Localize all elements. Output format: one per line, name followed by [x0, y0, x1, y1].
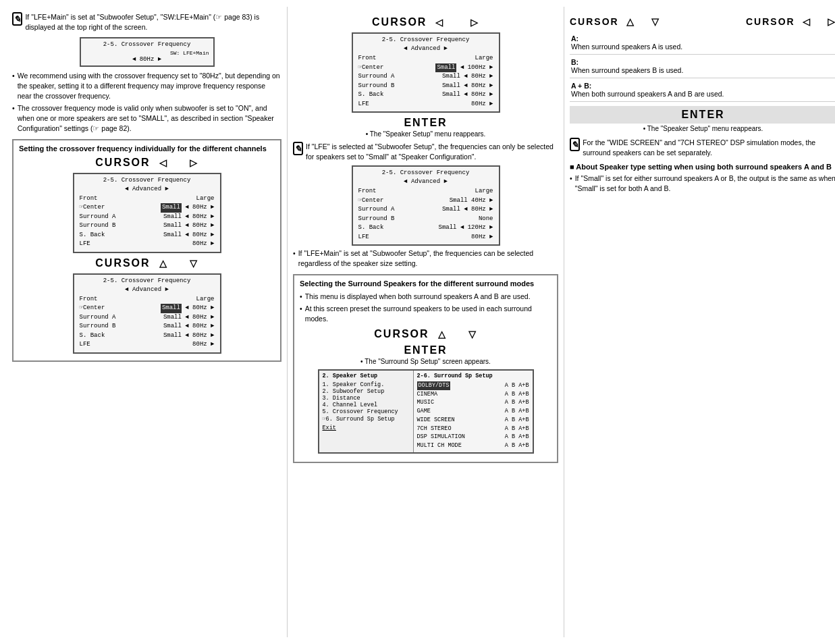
sp-right-r0: DOLBY/DTS A B A+B — [417, 381, 529, 390]
cursor2-mid-up-arrow: △ — [438, 329, 447, 340]
cursor2-mid: CURSOR △ ▽ — [300, 328, 551, 340]
section-title-left: Setting the crossover frequency individu… — [19, 144, 275, 153]
cursor1-right-arrow: ▷ — [190, 157, 198, 168]
s2r3: Surround B Small ◄ 80Hz ► — [80, 221, 215, 231]
note-icon: ✎ — [12, 12, 22, 26]
s3r4-val: Small ◄ 80Hz ► — [163, 331, 215, 341]
screen2-left: 2-5. Crossover Frequency ◄ Advanced ► Fr… — [73, 173, 221, 253]
ms2r4: S. BackSmall ◄ 120Hz ► — [358, 223, 493, 233]
cursor-right-top-row: CURSOR △ ▽ CURSOR ◁ ▷ — [570, 12, 835, 31]
cursor-mid-left-arrow: ◁ — [435, 17, 444, 28]
s2r2-val: Small ◄ 80Hz ► — [163, 213, 215, 222]
cursor-right-sub-left: ◁ — [803, 16, 811, 27]
s3r5-label: LFE — [80, 340, 90, 350]
note-right-text: For the "WIDE SCREEN" and "7CH STEREO" D… — [583, 138, 835, 157]
screen1-left: 2-5. Crossover Frequency SW: LFE+Main ◄ … — [80, 37, 215, 67]
s3r1: ☞Center Small ◄ 80Hz ► — [80, 304, 215, 313]
sp-right-r2: MUSICA B A+B — [417, 398, 529, 407]
s3r1-val: Small ◄ 80Hz ► — [161, 304, 215, 313]
right-label-ab-desc: When both surround speakers A and B are … — [571, 90, 835, 98]
cursor2-down-arrow: ▽ — [190, 258, 198, 269]
right-label-b-key: B: — [571, 58, 835, 66]
note-mid-1-text: If "LFE" is selected at "Subwoofer Setup… — [306, 142, 558, 161]
cursor2-mid-label: CURSOR — [374, 328, 429, 340]
sp-left-r2: 3. Distance — [323, 395, 410, 402]
ms1r4: S. BackSmall ◄ 80Hz ► — [358, 90, 493, 100]
sp-right-r1: CINEMAA B A+B — [417, 390, 529, 399]
s2r4-label: S. Back — [80, 231, 105, 240]
ms1r2: Surround ASmall ◄ 80Hz ► — [358, 72, 493, 82]
cursor-right-updown: CURSOR △ ▽ — [570, 16, 660, 27]
s3r1-label: ☞Center — [80, 304, 105, 313]
s3r5: LFE 80Hz ► — [80, 340, 215, 350]
s2r1-label: ☞Center — [80, 203, 105, 213]
s3r4: S. Back Small ◄ 80Hz ► — [80, 331, 215, 341]
s2r4: S. Back Small ◄ 80Hz ► — [80, 231, 215, 240]
s3r0-label: Front — [80, 295, 98, 304]
right-label-b: B: When surround speakers B is used. — [570, 55, 835, 78]
sp-right-r3: GAMEA B A+B — [417, 407, 529, 416]
screen2-mid-nav: ◄ Advanced ► — [358, 178, 493, 185]
bullet1-left-text: We recommend using with the crossover fr… — [18, 71, 281, 101]
enter-mid-2: ENTER — [300, 344, 551, 356]
s2r1-val: Small ◄ 80Hz ► — [161, 203, 215, 213]
bullet2-left: • The crossover frequency mode is valid … — [12, 103, 281, 133]
ms2r2: Surround ASmall ◄ 80Hz ► — [358, 205, 493, 215]
note-mid-1: ✎ If "LFE" is selected at "Subwoofer Set… — [293, 142, 558, 161]
s3r3-label: Surround B — [80, 322, 116, 331]
right-label-a-key: A: — [571, 34, 835, 43]
s2r0-val: Large — [196, 194, 214, 204]
enter-right: ENTER — [570, 106, 835, 124]
bullet1-left: • We recommend using with the crossover … — [12, 71, 281, 101]
mid-section-bullet1: • This menu is displayed when both surro… — [300, 292, 551, 302]
screen2-left-title: 2-5. Crossover Frequency — [80, 177, 215, 184]
bold-bullet-right: • If "Small" is set for either surround … — [570, 173, 835, 193]
sp-setup-right: 2-6. Surround Sp Setup DOLBY/DTS A B A+B… — [414, 371, 533, 452]
s2r2: Surround A Small ◄ 80Hz ► — [80, 213, 215, 222]
enter-right-note: • The "Speaker Setup" menu reappears. — [570, 125, 835, 132]
section-title-mid: Selecting the Surround Speakers for the … — [300, 279, 551, 288]
sp-left-r4: 5. Crossover Frequency — [323, 408, 410, 415]
top-note-text: If "LFE+Main" is set at "Subwoofer Setup… — [25, 12, 281, 32]
s2r4-val: Small ◄ 80Hz ► — [163, 231, 215, 240]
sp-right-r5: 7CH STEREOA B A+B — [417, 425, 529, 433]
cursor-right-sub-right: ▷ — [828, 16, 835, 27]
page-container: ✎ If "LFE+Main" is set at "Subwoofer Set… — [0, 0, 835, 644]
cursor-mid-top-label: CURSOR — [372, 16, 427, 28]
s3r0-val: Large — [196, 295, 214, 304]
col-mid: CURSOR ◁ ▷ 2-5. Crossover Frequency ◄ Ad… — [287, 7, 564, 637]
cursor1-left-arrow: ◁ — [159, 157, 168, 168]
section-box-left: Setting the crossover frequency individu… — [12, 139, 281, 362]
bold-bullet-right-text: If "Small" is set for either surround sp… — [575, 173, 835, 193]
mid-section-bullet1-text: This menu is displayed when both surroun… — [305, 292, 531, 302]
s3r2-label: Surround A — [80, 313, 116, 323]
mid-section-bullet2-text: At this screen preset the surround speak… — [305, 304, 551, 323]
s2r3-val: Small ◄ 80Hz ► — [163, 221, 215, 231]
sp-right-r6: DSP SIMULATIONA B A+B — [417, 433, 529, 441]
note-icon-right: ✎ — [570, 138, 580, 151]
ms2r3: Surround BNone — [358, 215, 493, 224]
cursor2-display: CURSOR △ ▽ — [19, 257, 275, 269]
col-right: CURSOR △ ▽ CURSOR ◁ ▷ A: When surround s… — [564, 7, 835, 637]
sp-setup-left: 2. Speaker Setup 1. Speaker Config. 2. S… — [319, 371, 414, 452]
s2r5-label: LFE — [80, 240, 90, 249]
right-label-b-desc: When surround speakers B is used. — [571, 66, 835, 74]
screen2-mid-title: 2-5. Crossover Frequency — [358, 169, 493, 176]
right-label-ab: A + B: When both surround speakers A and… — [570, 78, 835, 102]
s2r0-label: Front — [80, 194, 98, 204]
screen1-val: ◄ 80Hz ► — [85, 56, 209, 63]
screen3-left: 2-5. Crossover Frequency ◄ Advanced ► Fr… — [73, 273, 221, 354]
s2r1: ☞Center Small ◄ 80Hz ► — [80, 203, 215, 213]
screen1-title: 2-5. Crossover Frequency — [85, 41, 209, 48]
right-label-a-desc: When surround speakers A is used. — [571, 43, 835, 51]
bullet-mid-2-text: If "LFE+Main" is set at "Subwoofer Setup… — [298, 248, 558, 268]
s3r4-label: S. Back — [80, 331, 105, 341]
ms2r5: LFE80Hz ► — [358, 233, 493, 242]
sp-left-r1: 2. Subwoofer Setup — [323, 388, 410, 395]
screen1-mid-nav: ◄ Advanced ► — [358, 45, 493, 52]
cursor-right-sub-label: CURSOR — [746, 16, 795, 27]
sp-left-exit: Exit — [323, 425, 410, 431]
note-icon-mid1: ✎ — [293, 142, 303, 155]
screen3-left-title: 2-5. Crossover Frequency — [80, 277, 215, 284]
enter-mid-1-note: • The "Speaker Setup" menu reappears. — [293, 130, 558, 138]
